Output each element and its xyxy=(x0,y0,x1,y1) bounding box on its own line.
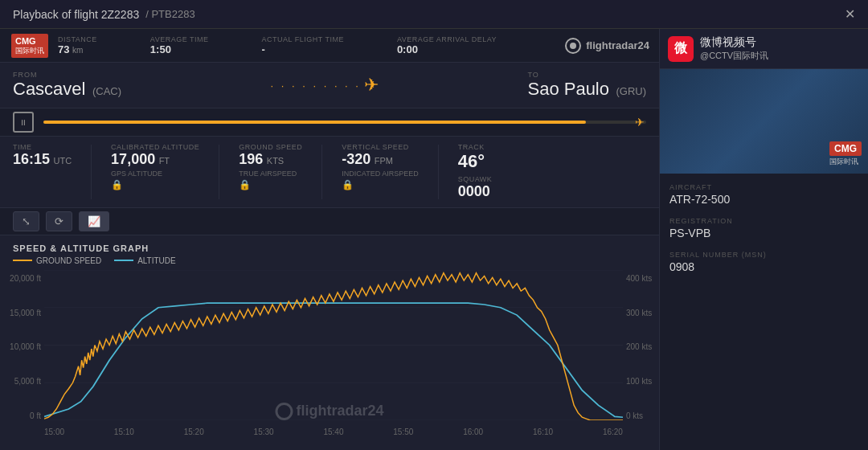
stat-arrival-delay: AVERAGE ARRIVAL DELAY 0:00 xyxy=(397,35,497,55)
y-axis-left: 20,000 ft 15,000 ft 10,000 ft 5,000 ft 0… xyxy=(0,270,44,420)
x-axis: 15:00 15:10 15:20 15:30 15:40 15:50 16:0… xyxy=(44,428,623,436)
stat-distance: DISTANCE 73 km xyxy=(58,35,97,55)
weibo-title: 微博视频号 xyxy=(700,35,768,50)
field-vertical-speed: VERTICAL SPEED -320 FPM INDICATED AIRSPE… xyxy=(342,143,418,190)
route-plane-icon: ✈ xyxy=(364,75,379,96)
route-to: TO Sao Paulo (GRU) xyxy=(527,71,646,100)
legend-ground-speed: GROUND SPEED xyxy=(13,256,101,265)
playback-bar: ⏸ ✈ xyxy=(0,108,659,137)
route-from: FROM Cascavel (CAC) xyxy=(13,71,121,100)
close-button[interactable]: ✕ xyxy=(845,6,855,22)
progress-track[interactable]: ✈ xyxy=(43,121,646,124)
graph-legend: GROUND SPEED ALTITUDE xyxy=(0,256,659,265)
lock-icon-vs: 🔒 xyxy=(342,179,418,190)
progress-thumb: ✈ xyxy=(635,116,648,129)
weibo-section: 微 微博视频号 @CCTV国际时讯 xyxy=(660,29,868,69)
legend-altitude-line xyxy=(114,260,133,261)
pause-button[interactable]: ⏸ xyxy=(13,112,34,133)
map-thumbnail: CMG 国际时讯 xyxy=(660,69,868,174)
section-registration: REGISTRATION PS-VPB xyxy=(669,217,858,239)
graph-title: SPEED & ALTITUDE GRAPH xyxy=(0,243,659,253)
field-altitude: CALIBRATED ALTITUDE 17,000 FT GPS ALTITU… xyxy=(111,143,199,190)
cmg-thumbnail-watermark: CMG 国际时讯 xyxy=(829,141,862,167)
stat-avg-time: AVERAGE TIME 1:50 xyxy=(150,35,209,55)
cmg-logo-thumb: CMG xyxy=(829,141,862,156)
separator-3 xyxy=(321,145,322,199)
route-arrow: · · · · · · · · · ✈ xyxy=(129,75,519,96)
lock-icon-gs: 🔒 xyxy=(239,179,302,190)
separator-4 xyxy=(438,145,439,199)
field-track: TRACK 46° SQUAWK 0000 xyxy=(458,143,493,201)
section-serial: SERIAL NUMBER (MSN) 0908 xyxy=(669,251,858,273)
cmg-logo-top: CMG 国际时讯 xyxy=(11,34,48,58)
left-panel: CMG 国际时讯 DISTANCE 73 km AVERAGE TIME 1:5… xyxy=(0,29,659,450)
aircraft-info: AIRCRAFT ATR-72-500 REGISTRATION PS-VPB … xyxy=(660,174,868,450)
separator-2 xyxy=(219,145,219,199)
fr-logo-dot xyxy=(570,43,576,49)
graph-chart-area: 20,000 ft 15,000 ft 10,000 ft 5,000 ft 0… xyxy=(0,270,659,436)
legend-ground-line xyxy=(13,260,32,261)
header: Playback of flight 2Z2283 / PTB2283 ✕ xyxy=(0,0,868,29)
stat-actual: ACTUAL FLIGHT TIME - xyxy=(262,35,344,55)
fr-logo-circle xyxy=(565,38,581,54)
route-section: FROM Cascavel (CAC) · · · · · · · · · ✈ … xyxy=(0,63,659,108)
section-aircraft: AIRCRAFT ATR-72-500 xyxy=(669,183,858,206)
stats-bar: CMG 国际时讯 DISTANCE 73 km AVERAGE TIME 1:5… xyxy=(0,29,659,63)
y-axis-right: 400 kts 300 kts 200 kts 100 kts 0 kts xyxy=(623,270,659,420)
chart-svg xyxy=(44,270,623,420)
flight-data-row: TIME 16:15 UTC CALIBRATED ALTITUDE 17,00… xyxy=(0,137,659,208)
weibo-handle: @CCTV国际时讯 xyxy=(700,50,768,62)
field-ground-speed: GROUND SPEED 196 KTS TRUE AIRSPEED 🔒 xyxy=(239,143,302,190)
legend-altitude: ALTITUDE xyxy=(114,256,176,265)
expand-button[interactable]: ⤡ xyxy=(13,211,39,231)
route-dots: · · · · · · · · · xyxy=(271,80,361,92)
weibo-icon: 微 xyxy=(668,36,694,62)
graph-section: SPEED & ALTITUDE GRAPH GROUND SPEED ALTI… xyxy=(0,235,659,450)
header-title: Playback of flight 2Z2283 xyxy=(13,8,139,21)
right-panel: 微 微博视频号 @CCTV国际时讯 CMG 国际时讯 AIRCRAFT ATR-… xyxy=(659,29,868,450)
chart-button[interactable]: 📈 xyxy=(79,211,109,231)
lock-icon-alt: 🔒 xyxy=(111,179,199,190)
fr-wordmark: flightradar24 xyxy=(586,39,649,51)
header-subtitle: / PTB2283 xyxy=(145,8,194,20)
flightradar-brand: flightradar24 xyxy=(565,35,649,55)
field-time: TIME 16:15 UTC xyxy=(13,143,72,169)
cmg-sub-thumb: 国际时讯 xyxy=(829,157,862,167)
control-row: ⤡ ⟳ 📈 xyxy=(0,208,659,235)
refresh-button[interactable]: ⟳ xyxy=(46,211,72,231)
separator-1 xyxy=(91,145,92,199)
progress-fill xyxy=(43,121,586,124)
